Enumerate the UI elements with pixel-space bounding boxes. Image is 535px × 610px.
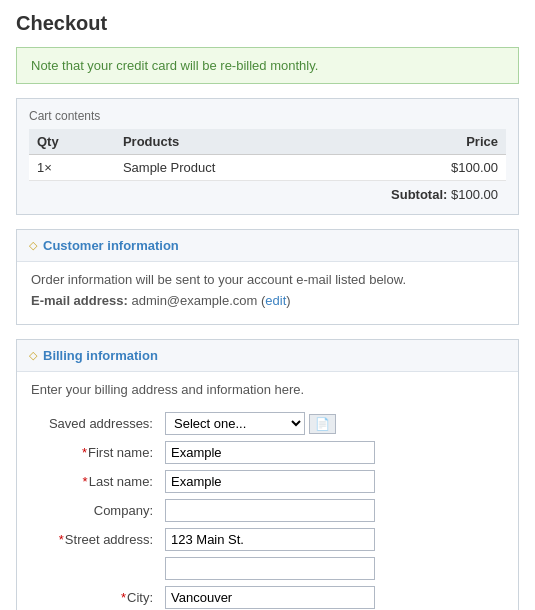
saved-addresses-label: Saved addresses: (31, 409, 161, 438)
last-name-required-star: * (83, 474, 88, 489)
customer-info-section: ◇ Customer information Order information… (16, 229, 519, 325)
first-name-cell (161, 438, 504, 467)
price-col-header: Price (362, 129, 506, 155)
street-required-star: * (59, 532, 64, 547)
first-name-input[interactable] (165, 441, 375, 464)
products-col-header: Products (115, 129, 362, 155)
subtotal-label: Subtotal: (391, 187, 447, 202)
city-cell (161, 583, 504, 610)
saved-address-book-btn[interactable]: 📄 (309, 414, 336, 434)
cart-panel: Cart contents Qty Products Price 1× Samp… (16, 98, 519, 215)
saved-addresses-select[interactable]: Select one... (165, 412, 305, 435)
cart-table: Qty Products Price 1× Sample Product $10… (29, 129, 506, 181)
qty-col-header: Qty (29, 129, 115, 155)
street-address-cell-2 (161, 554, 504, 583)
street-address-label-2 (31, 554, 161, 583)
table-row: 1× Sample Product $100.00 (29, 155, 506, 181)
street-address-row-1: *Street address: (31, 525, 504, 554)
cart-label: Cart contents (29, 109, 506, 123)
city-label: *City: (31, 583, 161, 610)
street-address-row-2 (31, 554, 504, 583)
notice-text: Note that your credit card will be re-bi… (31, 58, 318, 73)
cart-qty-cell: 1× (29, 155, 115, 181)
billing-heading: Billing information (43, 348, 158, 363)
street-address-input-1[interactable] (165, 528, 375, 551)
company-row: Company: (31, 496, 504, 525)
street-address-label: *Street address: (31, 525, 161, 554)
company-label: Company: (31, 496, 161, 525)
cart-price-cell: $100.00 (362, 155, 506, 181)
edit-email-link[interactable]: edit (265, 293, 286, 308)
address-book-icon: 📄 (315, 417, 330, 431)
last-name-row: *Last name: (31, 467, 504, 496)
customer-diamond-icon: ◇ (29, 239, 37, 252)
first-name-row: *First name: (31, 438, 504, 467)
notice-box: Note that your credit card will be re-bi… (16, 47, 519, 84)
subtotal-value: $100.00 (451, 187, 498, 202)
saved-addresses-field-cell: Select one... 📄 (161, 409, 504, 438)
customer-info-body: Order information will be sent to your a… (17, 262, 518, 324)
billing-form-table: Saved addresses: Select one... 📄 (31, 409, 504, 610)
page-wrapper: Checkout Note that your credit card will… (0, 0, 535, 610)
company-input[interactable] (165, 499, 375, 522)
street-address-cell-1 (161, 525, 504, 554)
page-title: Checkout (16, 12, 519, 35)
billing-diamond-icon: ◇ (29, 349, 37, 362)
customer-info-heading: Customer information (43, 238, 179, 253)
last-name-input[interactable] (165, 470, 375, 493)
billing-description: Enter your billing address and informati… (31, 382, 504, 397)
saved-addresses-container: Select one... 📄 (165, 412, 500, 435)
cart-product-cell: Sample Product (115, 155, 362, 181)
last-name-label: *Last name: (31, 467, 161, 496)
first-name-required-star: * (82, 445, 87, 460)
first-name-label: *First name: (31, 438, 161, 467)
saved-addresses-row: Saved addresses: Select one... 📄 (31, 409, 504, 438)
last-name-cell (161, 467, 504, 496)
billing-section: ◇ Billing information Enter your billing… (16, 339, 519, 610)
company-cell (161, 496, 504, 525)
street-address-input-2[interactable] (165, 557, 375, 580)
subtotal-row: Subtotal: $100.00 (29, 181, 506, 204)
city-row: *City: (31, 583, 504, 610)
customer-info-description: Order information will be sent to your a… (31, 272, 504, 287)
customer-info-header: ◇ Customer information (17, 230, 518, 262)
billing-header: ◇ Billing information (17, 340, 518, 372)
city-input[interactable] (165, 586, 375, 609)
billing-body: Enter your billing address and informati… (17, 372, 518, 610)
city-required-star: * (121, 590, 126, 605)
email-label: E-mail address: (31, 293, 128, 308)
email-line: E-mail address: admin@example.com (edit) (31, 293, 504, 308)
email-value: admin@example.com (131, 293, 257, 308)
